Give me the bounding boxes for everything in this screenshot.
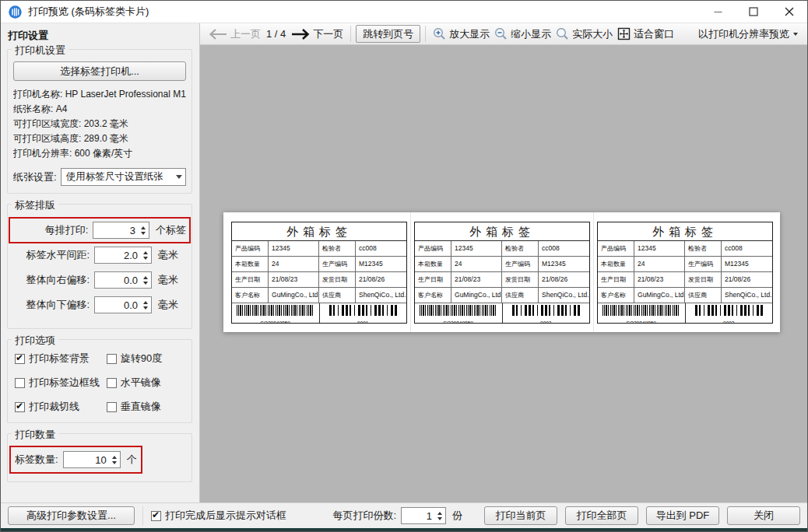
barcode-text: SQ20849859	[441, 320, 476, 323]
cell-value: M12345	[539, 257, 589, 272]
close-dialog-button[interactable]: 关闭	[727, 506, 800, 525]
cell-label: 供应商	[685, 288, 722, 303]
offset-right-value[interactable]: 0.0	[95, 272, 140, 288]
paper-name: 纸张名称: A4	[13, 102, 186, 117]
zoom-out-label: 缩小显示	[511, 27, 551, 41]
barcode-text: SQ20849859	[258, 320, 293, 323]
cell-label: 客户名称	[598, 288, 634, 303]
minimize-button[interactable]	[700, 1, 736, 23]
checkbox-label: 垂直镜像	[121, 400, 161, 414]
arrow-up-icon	[112, 456, 117, 459]
cell-value: 21/08/26	[722, 272, 772, 288]
stepper-arrows[interactable]	[138, 222, 149, 238]
checkbox-v-mirror[interactable]: 垂直镜像	[107, 400, 186, 414]
copies-per-page-label: 每页打印份数:	[332, 509, 396, 523]
maximize-button[interactable]	[736, 1, 771, 23]
printable-width: 可打印区域宽度: 203.2 毫米	[13, 117, 186, 131]
barcode-text: SQ20849859	[624, 320, 659, 323]
h-spacing-stepper[interactable]: 2.0	[94, 247, 152, 264]
cell-label: 客户名称	[415, 288, 451, 303]
barcode-icon	[602, 305, 680, 316]
actual-size-label: 实际大小	[572, 27, 613, 41]
serial-text: 0003	[721, 320, 736, 323]
cell-value: 12345	[269, 241, 319, 257]
checkbox-label: 打印裁切线	[29, 400, 79, 414]
toolbar-separator	[425, 26, 426, 42]
checkbox-print-border[interactable]: 打印标签边框线	[15, 376, 107, 390]
cell-label: 本箱数量	[232, 257, 269, 272]
preview-canvas[interactable]: 外箱标签 产品编码12345检验者cc008 本箱数量24生产编码M12345 …	[200, 45, 807, 502]
page-indicator: 1 / 4	[266, 28, 286, 40]
cell-value: GuMingCo., Ltd.	[634, 288, 685, 303]
arrow-up-icon	[143, 276, 148, 279]
stepper-arrows[interactable]	[434, 508, 445, 523]
arrow-up-icon	[143, 251, 148, 254]
print-current-page-button[interactable]: 打印当前页	[484, 506, 557, 525]
stepper-arrows[interactable]	[140, 297, 151, 313]
arrow-down-icon	[437, 517, 442, 520]
barcode-left: SQ20849859	[598, 303, 685, 323]
h-spacing-row: 标签水平间距: 2.0 毫米	[13, 247, 186, 264]
checkbox-cut-line[interactable]: 打印裁切线	[15, 400, 107, 414]
arrow-left-icon	[209, 28, 227, 40]
zoom-out-button[interactable]: 缩小显示	[494, 27, 551, 41]
printable-height: 可打印区域高度: 289.0 毫米	[13, 131, 186, 146]
arrow-down-icon	[112, 461, 117, 464]
label-quantity-label: 标签数量:	[15, 453, 58, 467]
stepper-arrows[interactable]	[140, 272, 151, 288]
offset-down-stepper[interactable]: 0.0	[94, 296, 152, 313]
print-all-pages-button[interactable]: 打印全部页	[565, 506, 638, 525]
stepper-arrows[interactable]	[109, 452, 120, 467]
cut-line	[410, 212, 411, 332]
barcode-right: 0003	[685, 303, 773, 323]
copies-stepper[interactable]: 1	[401, 507, 446, 524]
cell-label: 检验者	[319, 241, 356, 257]
advanced-settings-button[interactable]: 高级打印参数设置...	[8, 506, 135, 525]
barcode-right: 0001	[319, 303, 407, 323]
cell-label: 发货日期	[502, 272, 539, 288]
cell-value: 24	[634, 257, 685, 272]
notify-after-print-checkbox[interactable]: 打印完成后显示提示对话框	[151, 509, 286, 523]
print-quantity-group: 打印数量 标签数量: 10 个	[7, 433, 192, 482]
arrow-down-icon	[143, 257, 148, 260]
offset-right-stepper[interactable]: 0.0	[94, 271, 152, 289]
preview-toolbar: 上一页 1 / 4 下一页 跳转到页号 放大显示 缩小显示	[200, 23, 807, 45]
cell-value: GuMingCo., Ltd.	[451, 288, 502, 303]
close-button[interactable]	[771, 1, 807, 23]
cell-value: M12345	[722, 257, 772, 272]
labels-per-row-value[interactable]: 3	[93, 222, 138, 238]
paper-setting-select[interactable]: 使用标签尺寸设置纸张	[61, 168, 186, 186]
goto-page-button[interactable]: 跳转到页号	[356, 25, 420, 43]
cell-value: 12345	[451, 241, 502, 257]
zoom-in-button[interactable]: 放大显示	[433, 27, 490, 41]
h-spacing-value[interactable]: 2.0	[95, 247, 140, 263]
arrow-right-icon	[291, 28, 310, 40]
printer-dpi: 打印机分辨率: 600 像素/英寸	[13, 146, 186, 161]
labels-per-row-stepper[interactable]: 3	[93, 222, 149, 239]
checkbox-label: 打印完成后显示提示对话框	[165, 509, 286, 523]
cut-line	[593, 212, 594, 332]
printer-name: 打印机名称: HP LaserJet Professional M1	[13, 87, 186, 102]
actual-size-button[interactable]: 实际大小	[556, 27, 613, 41]
label-quantity-stepper[interactable]: 10	[63, 451, 121, 468]
offset-down-value[interactable]: 0.0	[95, 297, 140, 313]
label-quantity-value[interactable]: 10	[64, 452, 109, 467]
next-page-button[interactable]: 下一页	[291, 27, 343, 41]
cell-label: 生产日期	[598, 272, 634, 288]
checkbox-h-mirror[interactable]: 水平镜像	[107, 376, 186, 390]
barcode-left: SQ20849859	[232, 303, 319, 323]
select-printer-button[interactable]: 选择标签打印机...	[13, 61, 186, 81]
barcode-icon	[512, 305, 581, 316]
print-preview-window: 打印预览 (条码标签类卡片) 打印设置 打印机设置 选择标签打印机... 打印机…	[0, 0, 808, 532]
export-pdf-button[interactable]: 导出到 PDF	[646, 506, 719, 525]
fit-window-button[interactable]: 适合窗口	[617, 27, 674, 41]
checkbox-rotate-90[interactable]: 旋转90度	[107, 352, 186, 366]
checkbox-print-label-bg[interactable]: 打印标签背景	[15, 352, 107, 366]
cell-value: 21/08/26	[539, 272, 589, 288]
prev-page-button[interactable]: 上一页	[209, 27, 261, 41]
resolution-preview-dropdown[interactable]: 以打印机分辨率预览	[698, 27, 801, 41]
arrow-up-icon	[143, 301, 148, 304]
copies-value[interactable]: 1	[402, 508, 434, 523]
next-page-label: 下一页	[313, 27, 343, 41]
stepper-arrows[interactable]	[140, 247, 151, 263]
